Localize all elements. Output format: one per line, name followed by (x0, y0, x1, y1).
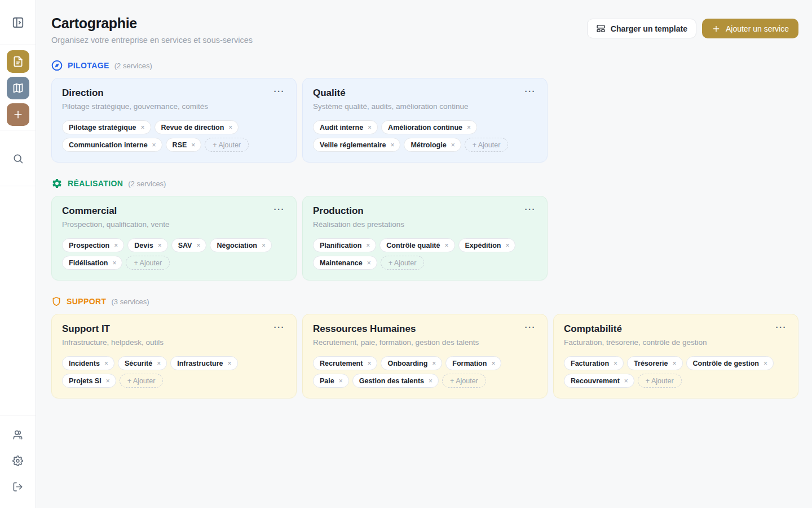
tag-remove-button[interactable]: × (227, 360, 232, 367)
tag-remove-button[interactable]: × (338, 378, 343, 384)
tag-remove-button[interactable]: × (157, 242, 162, 249)
add-tag-button[interactable]: + Ajouter (442, 374, 486, 388)
users-button[interactable] (7, 423, 29, 446)
page-header: Cartographie Organisez votre entreprise … (51, 15, 798, 45)
service-more-button[interactable]: ··· (271, 201, 289, 217)
tag-remove-button[interactable]: × (228, 124, 233, 131)
tag-label: Planification (320, 242, 361, 249)
page-title: Cartographie (51, 15, 253, 32)
section-count: (3 services) (111, 297, 149, 306)
service-more-button[interactable]: ··· (773, 319, 791, 335)
add-service-button[interactable]: Ajouter un service (702, 19, 798, 38)
tag-remove-button[interactable]: × (191, 142, 196, 148)
subservice-tag: Négociation× (210, 238, 272, 252)
logout-button[interactable] (7, 475, 29, 498)
tag-remove-button[interactable]: × (104, 360, 109, 367)
tag-label: Formation (452, 360, 487, 367)
tag-remove-button[interactable]: × (431, 360, 436, 367)
service-more-button[interactable]: ··· (271, 319, 289, 335)
section-label: SUPPORT (67, 297, 106, 306)
tag-remove-button[interactable]: × (763, 360, 768, 367)
tag-remove-button[interactable]: × (390, 142, 395, 148)
subservice-tag: Métrologie× (404, 138, 461, 152)
tag-label: Contrôle de gestion (693, 360, 759, 367)
tag-remove-button[interactable]: × (613, 360, 618, 367)
service-description: Réalisation des prestations (313, 220, 537, 229)
tag-label: Infrastructure (177, 360, 223, 367)
tag-remove-button[interactable]: × (156, 360, 161, 367)
tag-remove-button[interactable]: × (466, 124, 471, 131)
tag-remove-button[interactable]: × (367, 360, 372, 367)
load-template-button[interactable]: Charger un template (587, 19, 696, 38)
tag-remove-button[interactable]: × (428, 378, 433, 384)
tag-label: Trésorerie (634, 360, 668, 367)
subservice-tag: Planification× (313, 238, 376, 252)
tag-label: Audit interne (320, 124, 363, 132)
service-more-button[interactable]: ··· (522, 201, 540, 217)
section-grid-pilotage: DirectionPilotage stratégique, gouvernan… (51, 78, 798, 163)
tag-remove-button[interactable]: × (112, 260, 117, 266)
add-tag-button[interactable]: + Ajouter (465, 138, 509, 152)
tag-label: Prospection (69, 242, 109, 249)
header-actions: Charger un template Ajouter un service (587, 19, 798, 38)
subservice-tag: Recrutement× (313, 356, 377, 370)
tag-remove-button[interactable]: × (672, 360, 677, 367)
tag-remove-button[interactable]: × (505, 242, 510, 249)
service-more-button[interactable]: ··· (522, 83, 540, 99)
subservice-tag: Fidélisation× (62, 256, 122, 270)
sidebar-divider (0, 130, 36, 130)
service-more-button[interactable]: ··· (271, 83, 289, 99)
subservice-tags: Audit interne×Amélioration continue×Veil… (313, 120, 537, 152)
tag-remove-button[interactable]: × (624, 378, 629, 384)
panel-toggle-button[interactable] (7, 11, 29, 34)
subservice-tag: Prospection× (62, 238, 124, 252)
tag-label: Sécurité (125, 360, 152, 367)
service-description: Recrutement, paie, formation, gestion de… (313, 338, 537, 347)
subservice-tag: Projets SI× (62, 374, 116, 388)
sidebar-nav-file-text[interactable] (7, 50, 29, 73)
compass-icon (51, 60, 63, 71)
map-icon (12, 82, 24, 94)
tag-remove-button[interactable]: × (444, 242, 449, 249)
add-tag-button[interactable]: + Ajouter (120, 374, 164, 388)
tag-label: Projets SI (69, 377, 102, 385)
tag-remove-button[interactable]: × (365, 242, 370, 249)
tag-remove-button[interactable]: × (261, 242, 266, 249)
subservice-tag: Veille réglementaire× (313, 138, 400, 152)
service-card: DirectionPilotage stratégique, gouvernan… (51, 78, 297, 163)
tag-remove-button[interactable]: × (196, 242, 201, 249)
subservice-tag: Devis× (127, 238, 167, 252)
service-description: Infrastructure, helpdesk, outils (62, 338, 286, 347)
section-grid-support: Support ITInfrastructure, helpdesk, outi… (51, 314, 798, 398)
settings-button[interactable] (7, 449, 29, 472)
subservice-tag: Onboarding× (381, 356, 442, 370)
service-card: QualitéSystème qualité, audits, améliora… (302, 78, 548, 163)
tag-remove-button[interactable]: × (367, 260, 372, 266)
subservice-tags: Recrutement×Onboarding×Formation×Paie×Ge… (313, 356, 537, 388)
tag-remove-button[interactable]: × (451, 142, 456, 148)
tag-remove-button[interactable]: × (491, 360, 496, 367)
service-title: Comptabilité (564, 323, 788, 335)
tag-remove-button[interactable]: × (152, 142, 157, 148)
tag-remove-button[interactable]: × (105, 378, 111, 384)
main-content: Cartographie Organisez votre entreprise … (36, 0, 812, 508)
sidebar-nav-map[interactable] (7, 77, 29, 99)
tag-remove-button[interactable]: × (113, 242, 118, 249)
sidebar-nav-plus[interactable] (7, 103, 29, 126)
section-grid-realisation: CommercialProspection, qualification, ve… (51, 196, 798, 281)
add-tag-button[interactable]: + Ajouter (126, 256, 170, 270)
add-tag-button[interactable]: + Ajouter (638, 374, 682, 388)
service-more-button[interactable]: ··· (522, 319, 540, 335)
tag-label: Fidélisation (69, 259, 108, 267)
subservice-tags: Planification×Contrôle qualité×Expéditio… (313, 238, 537, 270)
file-text-icon (12, 56, 24, 67)
search-button[interactable] (7, 147, 29, 170)
page-heading: Cartographie Organisez votre entreprise … (51, 15, 253, 45)
subservice-tags: Facturation×Trésorerie×Contrôle de gesti… (564, 356, 788, 388)
add-tag-button[interactable]: + Ajouter (381, 256, 425, 270)
tag-remove-button[interactable]: × (367, 124, 372, 131)
subservice-tag: Formation× (445, 356, 501, 370)
sidebar-footer (7, 415, 29, 508)
add-tag-button[interactable]: + Ajouter (205, 138, 249, 152)
tag-remove-button[interactable]: × (140, 124, 145, 131)
